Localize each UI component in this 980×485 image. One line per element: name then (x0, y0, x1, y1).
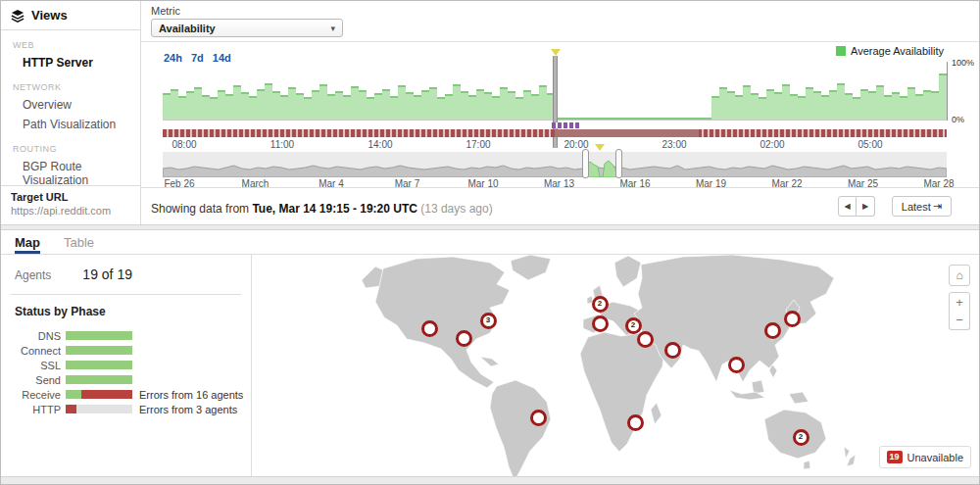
agent-marker-group[interactable]: 2 (625, 317, 642, 334)
availability-bar (664, 118, 672, 120)
views-header: Views (1, 1, 140, 30)
availability-bar (939, 73, 947, 120)
agent-marker-group[interactable]: 2 (793, 429, 809, 446)
availability-bar (743, 85, 751, 120)
metric-selected-value: Availability (159, 23, 216, 34)
availability-bar (218, 90, 225, 120)
availability-bar (766, 89, 774, 120)
availability-bar (672, 118, 680, 120)
sidebar-item-path-visualization[interactable]: Path Visualization (1, 115, 140, 134)
availability-bar (931, 91, 939, 120)
time-tick: 05:00 (858, 139, 882, 150)
availability-bar (617, 118, 625, 120)
availability-bar (900, 96, 907, 120)
agent-marker[interactable] (784, 311, 801, 327)
agent-marker-group[interactable]: 3 (480, 313, 497, 329)
phase-green-segment (66, 361, 132, 369)
availability-bar (649, 118, 657, 120)
map-zoom-in-button[interactable]: + (949, 292, 970, 312)
latest-button[interactable]: Latest ⇥ (892, 196, 952, 217)
y-axis: 100% 0% (947, 62, 976, 121)
availability-bar (265, 83, 272, 120)
brush-handle-right[interactable] (615, 149, 622, 178)
plus-icon: + (956, 295, 963, 310)
availability-bar (343, 95, 351, 120)
agent-marker-group[interactable]: 2 (592, 296, 609, 313)
views-sidebar: Views WEBHTTP ServerNETWORKOverviewPath … (1, 1, 141, 224)
availability-bar (907, 87, 915, 120)
home-icon: ⌂ (956, 268, 962, 282)
phase-green-segment (66, 375, 132, 384)
marker-count: 2 (799, 433, 803, 441)
availability-bar (163, 93, 171, 120)
next-interval-button[interactable]: ▶ (857, 196, 875, 217)
availability-bar (210, 97, 218, 120)
target-url-block: Target URL https://api.reddit.com (1, 185, 140, 224)
target-url-value: https://api.reddit.com (11, 205, 130, 217)
unavailable-count-badge: 19 (887, 451, 903, 463)
agent-marker[interactable] (421, 320, 438, 337)
availability-bar (319, 84, 327, 120)
world-map[interactable]: 3222 ⌂ + − 19 Unavailable (252, 255, 979, 476)
target-url-label: Target URL (11, 191, 130, 203)
marker-count: 3 (486, 316, 490, 324)
availability-bar (657, 118, 664, 120)
availability-bar (594, 118, 602, 120)
tab-map[interactable]: Map (15, 235, 40, 254)
availability-bar (680, 118, 688, 120)
phase-bar (66, 331, 132, 340)
agents-count: 19 of 19 (82, 267, 132, 282)
agent-marker[interactable] (764, 322, 781, 339)
time-tick: 14:00 (368, 139, 392, 150)
availability-bar (837, 83, 845, 120)
time-tick: 17:00 (466, 139, 490, 150)
availability-bar (688, 118, 696, 120)
agent-marker[interactable] (456, 330, 472, 347)
agent-marker[interactable] (627, 414, 644, 431)
mini-chart-area (163, 152, 947, 177)
availability-bar (586, 118, 594, 120)
showing-prefix: Showing data from (151, 202, 249, 216)
availability-bar (735, 95, 743, 120)
availability-bar (696, 118, 704, 120)
availability-bar (915, 94, 923, 120)
map-home-button[interactable]: ⌂ (949, 265, 970, 286)
agent-marker[interactable] (637, 331, 654, 348)
sidebar-item-http-server[interactable]: HTTP Server (1, 53, 140, 73)
showing-ago: (13 days ago) (420, 202, 492, 216)
availability-bar (813, 91, 821, 120)
agent-marker[interactable] (664, 342, 681, 359)
brush-selection-area (586, 152, 616, 177)
availability-bar (829, 90, 837, 120)
agent-marker[interactable] (530, 410, 547, 426)
availability-bar (351, 86, 359, 120)
availability-bar (774, 92, 782, 120)
brush-handle-left[interactable] (582, 149, 589, 178)
chevron-down-icon: ▾ (330, 24, 335, 33)
availability-bar (892, 92, 900, 120)
agent-marker[interactable] (592, 315, 609, 332)
time-tick: 11:00 (270, 139, 294, 150)
agents-panel: Agents 19 of 19 Status by Phase DNSConne… (1, 255, 252, 476)
time-axis: 08:0011:0014:0017:0020:0023:0002:0005:00 (163, 139, 947, 151)
availability-bar (711, 96, 719, 120)
overview-mini-chart[interactable] (163, 152, 947, 177)
availability-bar (853, 97, 860, 120)
availability-bar (500, 87, 508, 120)
availability-bar (821, 95, 829, 120)
availability-bar (304, 97, 312, 120)
availability-bar (257, 89, 265, 120)
metric-dropdown[interactable]: Availability ▾ (151, 19, 343, 37)
availability-bar (186, 91, 194, 120)
sidebar-item-overview[interactable]: Overview (1, 95, 140, 115)
availability-bar (806, 87, 813, 120)
availability-bar (563, 118, 570, 120)
tab-table[interactable]: Table (64, 235, 94, 254)
phase-bar (66, 405, 132, 413)
agent-marker[interactable] (728, 357, 745, 373)
availability-bar (790, 94, 798, 120)
map-zoom-out-button[interactable]: − (949, 311, 970, 330)
availability-bar (461, 91, 468, 120)
prev-interval-button[interactable]: ◀ (838, 196, 857, 217)
views-nav: WEBHTTP ServerNETWORKOverviewPath Visual… (1, 30, 140, 190)
